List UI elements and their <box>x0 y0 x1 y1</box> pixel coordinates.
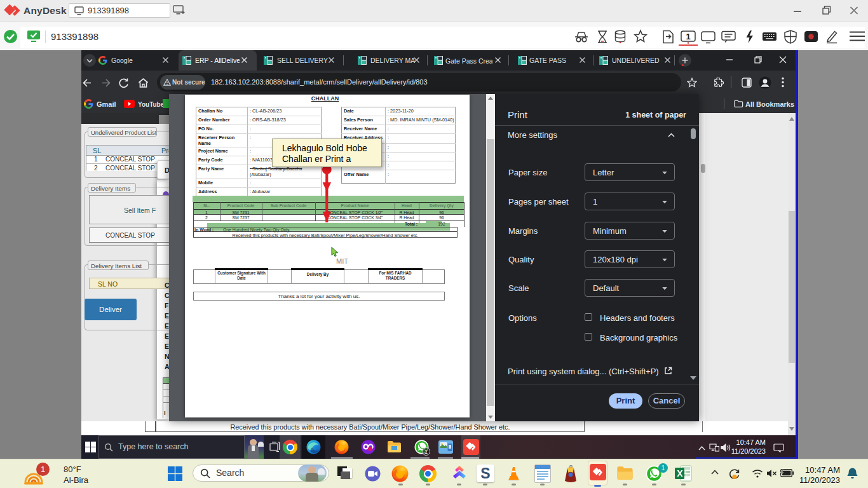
svg-text:1: 1 <box>686 32 690 41</box>
